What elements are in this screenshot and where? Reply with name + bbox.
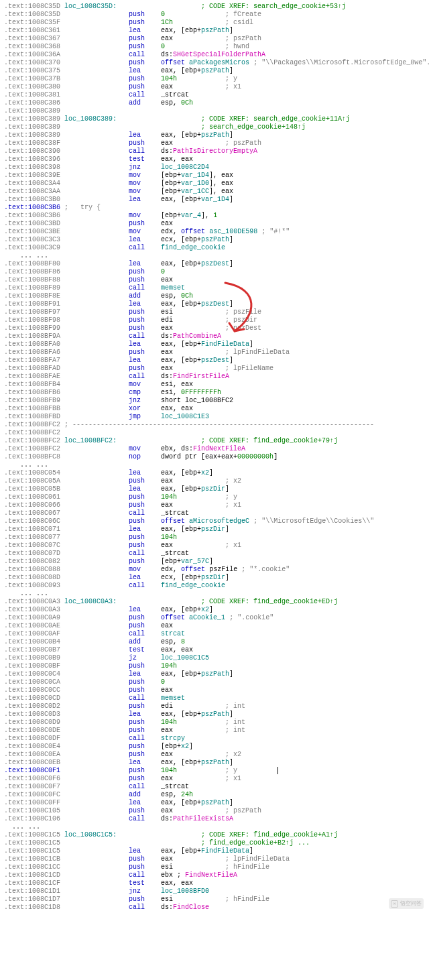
disasm-line: .text:1008C381 call _strcat <box>4 91 425 99</box>
disasm-line: .text:1008C396 test eax, eax <box>4 156 425 164</box>
disasm-line: .text:1008BF99 push eax ; pszDest <box>4 324 425 332</box>
disasm-line: .text:1008C38F push eax ; pszPath <box>4 139 425 147</box>
disasm-line: .text:1008BFC2 <box>4 429 425 437</box>
disasm-line: .text:1008C389 <box>4 107 425 115</box>
disasm-line: .text:1008C106 call ds:PathFileExistsA <box>4 815 425 823</box>
disasm-line: .text:1008BFC2 mov ebx, ds:FindNextFileA <box>4 445 425 453</box>
disasm-line: .text:1008BFA0 lea eax, [ebp+FindFileDat… <box>4 341 425 349</box>
disasm-line: .text:1008C105 push eax ; pszPath <box>4 807 425 815</box>
disasm-line: .text:1008BF86 push 0 <box>4 268 425 276</box>
disasm-line: .text:1008C380 push eax ; x1 <box>4 83 425 91</box>
disasm-line: .text:1008C0AF call strcat <box>4 630 425 638</box>
disasm-line: .text:1008C071 lea eax, [ebp+pszDir] <box>4 526 425 534</box>
disasm-line: .text:1008C0A3 loc_1008C0A3: ; CODE XREF… <box>4 598 425 606</box>
disasm-line: .text:1008C0F1 push 104h ; y <box>4 767 425 775</box>
disasm-line: .text:1008C07D call _strcat <box>4 550 425 558</box>
disasm-line: .text:1008C1C5 loc_1008C1C5: ; CODE XREF… <box>4 831 425 839</box>
disasm-line: .text:1008BFAD push eax ; lpFileName <box>4 365 425 373</box>
disasm-line: .text:1008C082 push [ebp+var_57C] <box>4 558 425 566</box>
disasm-line: .text:1008C08D lea ecx, [ebp+pszDir] <box>4 574 425 582</box>
disasm-line: .text:1008C0DE push eax ; int <box>4 727 425 735</box>
disasm-line: .text:1008C3A4 mov [ebp+var_1D0], eax <box>4 180 425 188</box>
separator: .text:1008BFC2 ; -----------------------… <box>4 421 425 429</box>
disasm-line: .text:1008C088 mov edx, offset pszFile ;… <box>4 566 425 574</box>
disasm-line: .text:1008BF89 call memset <box>4 284 425 292</box>
disasm-line: .text:1008BFB9 jnz short loc_1008BFC2 <box>4 397 425 405</box>
disasm-line: .text:1008BFA6 push eax ; lpFindFileData <box>4 349 425 357</box>
disasm-line: .text:1008C35D push 0 ; fCreate <box>4 11 425 19</box>
disasm-line: .text:1008C3BE mov edx, offset asc_100DE… <box>4 228 425 236</box>
ellipsis: ... ... <box>4 461 425 469</box>
disasm-line: .text:1008C05B lea eax, [ebp+pszDir] <box>4 485 425 493</box>
disasm-line: .text:1008C367 push eax ; pszPath <box>4 35 425 43</box>
disasm-line: .text:1008C3C3 lea ecx, [ebp+pszPath] <box>4 236 425 244</box>
disasm-line: .text:1008C386 add esp, 0Ch <box>4 99 425 107</box>
disasm-line: .text:1008BF88 push eax <box>4 276 425 284</box>
disasm-line: .text:1008C0B9 jz loc_1008C1C5 <box>4 654 425 662</box>
disasm-line: .text:1008BF8E add esp, 0Ch <box>4 292 425 300</box>
disasm-line: .text:1008C0FF lea eax, [ebp+pszPath] <box>4 799 425 807</box>
disasm-line: .text:1008BF98 push edi ; pszDir <box>4 316 425 324</box>
disasm-line: .text:1008C3B6 mov [ebp+var_4], 1 <box>4 212 425 220</box>
disasm-line: .text:1008C0EB lea eax, [ebp+pszPath] <box>4 759 425 767</box>
ellipsis: ... ... <box>4 590 425 598</box>
disasm-line: .text:1008C370 push offset aPackagesMicr… <box>4 59 425 67</box>
disasm-line: .text:1008BFB4 mov esi, eax <box>4 381 425 389</box>
disasm-line: .text:1008BFA7 lea eax, [ebp+pszDest] <box>4 357 425 365</box>
disasm-line: .text:1008BFBD jmp loc_1008C1E3 <box>4 413 425 421</box>
disasm-line: .text:1008BFC8 nop dword ptr [eax+eax+00… <box>4 453 425 461</box>
disasm-line: .text:1008C368 push 0 ; hwnd <box>4 43 425 51</box>
disasm-line: .text:1008C07C push eax ; x1 <box>4 542 425 550</box>
disasm-line: .text:1008C35F push 1Ch ; csidl <box>4 19 425 27</box>
disasm-line: .text:1008C0B7 test eax, eax <box>4 646 425 654</box>
disasm-line: .text:1008C1CC push esi ; hFindFile <box>4 863 425 871</box>
disasm-line: .text:1008BFBB xor eax, eax <box>4 405 425 413</box>
disasm-line: .text:1008C077 push 104h <box>4 534 425 542</box>
disasm-line: .text:1008C06C push offset aMicrosoftedg… <box>4 517 425 526</box>
disasm-line: .text:1008C0BF push 104h <box>4 662 425 670</box>
disasm-line: .text:1008C0DF call strcpy <box>4 735 425 743</box>
disasm-line: .text:1008C389 lea eax, [ebp+pszPath] <box>4 131 425 139</box>
disasm-line: .text:1008C3BD push eax <box>4 220 425 228</box>
disasm-line: .text:1008C0D9 push 104h ; int <box>4 719 425 727</box>
disasm-line: .text:1008C1CB push eax ; lpFindFileData <box>4 855 425 863</box>
disasm-line: .text:1008C389 loc_1008C389: ; CODE XREF… <box>4 115 425 123</box>
disasm-line: .text:1008C36A call ds:SHGetSpecialFolde… <box>4 51 425 59</box>
disasm-line: .text:1008C093 call find_edge_cookie <box>4 582 425 590</box>
disasm-line: .text:1008C066 push eax ; x1 <box>4 501 425 509</box>
red-arrow-icon <box>220 279 267 339</box>
disasm-line: .text:1008C3B0 lea eax, [ebp+var_1D4] <box>4 196 425 204</box>
disasm-line: .text:1008C0A3 lea eax, [ebp+x2] <box>4 606 425 614</box>
ellipsis: ... ... <box>4 823 425 831</box>
disasm-line: .text:1008C3B6 ; try { <box>4 204 425 212</box>
disasm-line: .text:1008C398 jnz loc_1008C2D4 <box>4 164 425 172</box>
disasm-line: .text:1008C0CD call memset <box>4 694 425 702</box>
disasm-line: .text:1008C0F6 push eax ; x1 <box>4 775 425 783</box>
disasm-line: .text:1008C0AE push eax <box>4 622 425 630</box>
disasm-line: .text:1008C389 ; search_edge_cookie+148↑… <box>4 123 425 131</box>
disasm-line: .text:1008C361 lea eax, [ebp+pszPath] <box>4 27 425 35</box>
disasm-line: .text:1008C0F7 call _strcat <box>4 783 425 791</box>
disasm-line: .text:1008C061 push 104h ; y <box>4 493 425 501</box>
disasm-line: .text:1008C35D loc_1008C35D: ; CODE XREF… <box>4 3 425 11</box>
disasm-line: .text:1008C05A push eax ; x2 <box>4 477 425 485</box>
disasm-line: .text:1008C37B push 104h ; y <box>4 75 425 83</box>
disasm-line: .text:1008C1CD call ebx ; FindNextFileA <box>4 871 425 879</box>
disasm-line: .text:1008C1CF test eax, eax <box>4 879 425 887</box>
disasm-line: .text:1008C0A9 push offset aCookie_1 ; "… <box>4 614 425 622</box>
disasm-line: .text:1008C0CA push 0 <box>4 678 425 686</box>
disasm-line: .text:1008BFC2 loc_1008BFC2: ; CODE XREF… <box>4 437 425 445</box>
disasm-line: .text:1008C1D7 push esi ; hFindFile <box>4 896 425 904</box>
disasm-line: .text:1008C0C4 lea eax, [ebp+pszPath] <box>4 670 425 678</box>
disasm-line: .text:1008C375 lea eax, [ebp+pszPath] <box>4 67 425 75</box>
disasm-line: .text:1008BFAE call ds:FindFirstFileA <box>4 373 425 381</box>
disasm-line: .text:1008C390 call ds:PathIsDirectoryEm… <box>4 147 425 156</box>
disasm-line: .text:1008BFB6 cmp esi, 0FFFFFFFFh <box>4 389 425 397</box>
disasm-line: .text:1008BF80 lea eax, [ebp+pszDest] <box>4 260 425 268</box>
disasm-line: .text:1008C067 call _strcat <box>4 509 425 517</box>
ellipsis: ... ... <box>4 252 425 260</box>
watermark: ∞悟空问答 <box>389 898 424 909</box>
disasm-line: .text:1008BF9A call ds:PathCombineA <box>4 332 425 341</box>
disasm-line: .text:1008C1C5 lea eax, [ebp+FindFileDat… <box>4 847 425 855</box>
disasm-line: .text:1008C0B4 add esp, 8 <box>4 638 425 646</box>
